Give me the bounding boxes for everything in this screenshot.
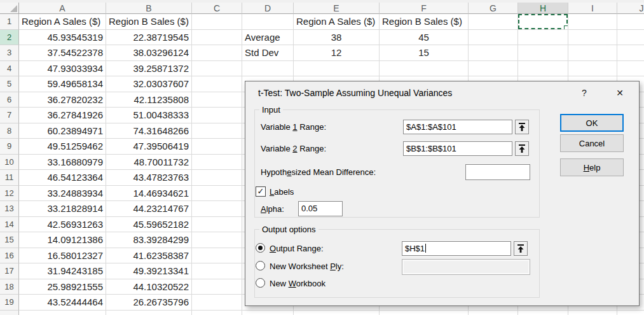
cell-G2[interactable]: [469, 30, 518, 46]
cell-I20[interactable]: [568, 311, 617, 315]
cell-E3[interactable]: 12: [294, 45, 380, 61]
cell-C14[interactable]: [192, 217, 242, 233]
select-all-button[interactable]: [0, 3, 19, 14]
cell-C4[interactable]: [192, 61, 242, 77]
cell-G20[interactable]: [469, 311, 518, 315]
cell-C11[interactable]: [192, 170, 242, 186]
row-header-3[interactable]: 3: [0, 45, 19, 61]
cell-C20[interactable]: [192, 311, 242, 315]
column-header-E[interactable]: E: [294, 3, 380, 14]
cell-A17[interactable]: 31.94243185: [19, 263, 106, 279]
cell-A6[interactable]: 36.27820232: [19, 92, 106, 108]
cell-B17[interactable]: 49.39213341: [106, 263, 192, 279]
column-header-D[interactable]: D: [242, 3, 294, 14]
row-header-14[interactable]: 14: [0, 217, 19, 233]
output-range-radio[interactable]: [256, 243, 265, 253]
cell-B9[interactable]: 47.39506419: [106, 139, 192, 155]
cell-C7[interactable]: [192, 108, 242, 123]
cell-B8[interactable]: 74.31648266: [106, 123, 192, 139]
output-range-input[interactable]: $H$1: [402, 241, 511, 256]
cell-A8[interactable]: 60.23894971: [19, 123, 106, 139]
cell-F4[interactable]: [380, 61, 469, 77]
row-header-4[interactable]: 4: [0, 61, 19, 77]
cell-I2[interactable]: [568, 30, 617, 46]
cell-C13[interactable]: [192, 201, 242, 217]
ok-button[interactable]: OK: [560, 114, 624, 132]
cell-B11[interactable]: 43.47823763: [106, 170, 192, 186]
row-header-13[interactable]: 13: [0, 201, 19, 217]
row-header-12[interactable]: 12: [0, 186, 19, 202]
cell-J2[interactable]: [617, 30, 644, 46]
dialog-help-button[interactable]: ?: [576, 87, 593, 99]
cell-H3[interactable]: [518, 45, 568, 61]
variable2-range-input[interactable]: $B$1:$B$101: [403, 141, 512, 156]
cell-A13[interactable]: 33.21828914: [19, 201, 106, 217]
output-range-picker-button[interactable]: [514, 241, 528, 256]
cell-I1[interactable]: [568, 14, 617, 30]
dialog-close-button[interactable]: ✕: [612, 87, 628, 99]
cell-D20[interactable]: [242, 311, 294, 315]
row-header-15[interactable]: 15: [0, 232, 19, 248]
cell-A5[interactable]: 59.49658134: [19, 76, 106, 92]
cell-I3[interactable]: [568, 45, 617, 61]
hypothesized-mean-difference-input[interactable]: [465, 164, 530, 180]
row-header-10[interactable]: 10: [0, 155, 19, 171]
cell-F3[interactable]: 15: [380, 45, 469, 61]
cell-B18[interactable]: 44.10320522: [106, 279, 192, 295]
cell-D4[interactable]: [242, 61, 294, 77]
cell-I4[interactable]: [568, 61, 617, 77]
cell-C12[interactable]: [192, 186, 242, 202]
cell-A11[interactable]: 46.54123364: [19, 170, 106, 186]
column-header-A[interactable]: A: [19, 3, 106, 14]
cell-F20[interactable]: [380, 311, 469, 315]
cell-A16[interactable]: 16.58012327: [19, 248, 106, 264]
cell-H4[interactable]: [518, 61, 568, 77]
row-header-1[interactable]: 1: [0, 14, 19, 30]
cell-A2[interactable]: 45.93545319: [19, 30, 106, 46]
cell-A12[interactable]: 33.24883934: [19, 186, 106, 202]
cell-B19[interactable]: 26.26735796: [106, 295, 192, 311]
row-header-6[interactable]: 6: [0, 92, 19, 108]
cell-A19[interactable]: 43.52444464: [19, 295, 106, 311]
cell-D3[interactable]: Std Dev: [242, 45, 294, 61]
cell-B2[interactable]: 22.38719545: [106, 30, 192, 46]
variable1-range-input[interactable]: $A$1:$A$101: [403, 120, 512, 134]
cell-F1[interactable]: Region B Sales ($): [380, 14, 469, 30]
cell-B15[interactable]: 83.39284299: [106, 232, 192, 248]
row-header-19[interactable]: 19: [0, 295, 19, 311]
cell-F2[interactable]: 45: [380, 30, 469, 46]
cell-A9[interactable]: 49.51259462: [19, 139, 106, 155]
cell-C10[interactable]: [192, 155, 242, 171]
column-header-H[interactable]: H: [518, 3, 568, 14]
column-header-I[interactable]: I: [568, 3, 617, 14]
cell-C17[interactable]: [192, 263, 242, 279]
cell-C2[interactable]: [192, 30, 242, 46]
cell-B10[interactable]: 48.70011732: [106, 155, 192, 171]
cell-B1[interactable]: Region B Sales ($): [106, 14, 192, 30]
cell-C19[interactable]: [192, 295, 242, 311]
cell-C1[interactable]: [192, 14, 242, 30]
new-worksheet-ply-radio[interactable]: [256, 261, 265, 270]
cell-J1[interactable]: [617, 14, 644, 30]
cell-A4[interactable]: 47.93033934: [19, 61, 106, 77]
cell-A18[interactable]: 25.98921555: [19, 279, 106, 295]
row-header-18[interactable]: 18: [0, 279, 19, 295]
cell-C3[interactable]: [192, 45, 242, 61]
row-header-17[interactable]: 17: [0, 263, 19, 279]
cell-A3[interactable]: 37.54522378: [19, 45, 106, 61]
cell-A20[interactable]: 27.97407382: [19, 311, 106, 315]
help-button[interactable]: Help: [560, 158, 624, 176]
cell-B5[interactable]: 32.03037607: [106, 76, 192, 92]
cell-B6[interactable]: 42.11235808: [106, 92, 192, 108]
cell-J4[interactable]: [617, 61, 644, 77]
column-header-F[interactable]: F: [380, 3, 469, 14]
alpha-input[interactable]: 0.05: [298, 201, 343, 216]
row-header-11[interactable]: 11: [0, 170, 19, 186]
cell-B7[interactable]: 51.00438333: [106, 108, 192, 123]
column-header-J[interactable]: J: [617, 3, 644, 14]
cell-C5[interactable]: [192, 76, 242, 92]
row-header-9[interactable]: 9: [0, 139, 19, 155]
cell-A1[interactable]: Region A Sales ($): [19, 14, 106, 30]
cell-E1[interactable]: Region A Sales ($): [294, 14, 380, 30]
cell-H2[interactable]: [518, 30, 568, 46]
